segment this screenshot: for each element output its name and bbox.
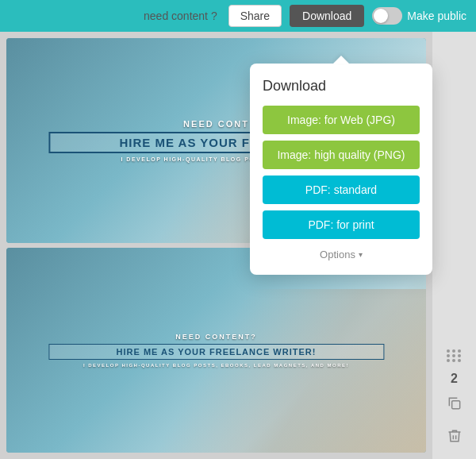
options-label: Options [320,249,355,260]
share-button[interactable]: Share [228,5,282,27]
design-card-2[interactable]: NEED CONTENT? HIRE ME AS YOUR FREELANCE … [6,248,426,453]
card2-subtitle-top: NEED CONTENT? [48,333,384,341]
toggle-knob [374,9,388,23]
make-public-toggle-wrap: Make public [372,7,466,25]
page-number: 2 [451,372,458,386]
main-area: NEED CONT HIRE ME AS YOUR FREELANC I DEV… [0,32,476,459]
download-png-button[interactable]: Image: high quality (PNG) [263,141,420,169]
download-button[interactable]: Download [290,5,364,27]
delete-button[interactable] [443,425,466,451]
card2-text: NEED CONTENT? HIRE ME AS YOUR FREELANCE … [48,333,384,368]
popup-title: Download [263,78,420,94]
options-button[interactable]: Options ▾ [263,245,420,264]
download-pdf-print-button[interactable]: PDF: for print [263,210,420,239]
make-public-toggle[interactable] [372,7,402,25]
page-number-area: 2 [443,349,466,451]
right-sidebar: 2 [432,32,476,459]
card2-title: HIRE ME AS YOUR FREELANCE WRITER! [48,344,384,360]
download-pdf-standard-button[interactable]: PDF: standard [263,176,420,204]
options-chevron-icon: ▾ [359,250,363,259]
make-public-label: Make public [407,10,466,22]
drag-handle-icon [447,349,462,362]
svg-rect-0 [451,401,459,409]
card2-subtitle-bottom: I DEVELOP HIGH-QUALITY BLOG POSTS, EBOOK… [48,363,384,368]
download-jpg-button[interactable]: Image: for Web (JPG) [263,106,420,134]
copy-button[interactable] [443,392,466,418]
need-content-label: need content ? [144,10,217,22]
download-popup: Download Image: for Web (JPG) Image: hig… [250,64,432,275]
topbar: need content ? Share Download Make publi… [0,0,476,32]
